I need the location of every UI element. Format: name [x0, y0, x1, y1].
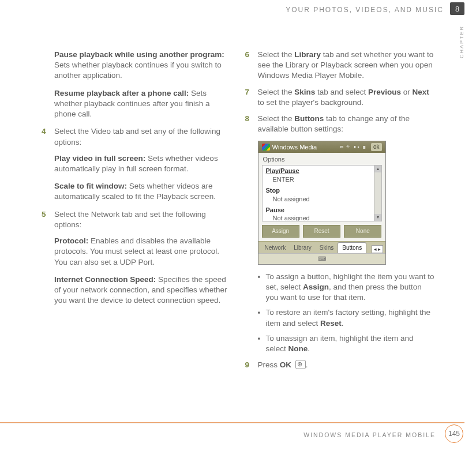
bullet-text: To restore an item's factory setting, hi…	[266, 307, 435, 328]
ss-title-text: Windows Media	[272, 143, 317, 152]
bullet-text: To assign a button, highlight the item y…	[266, 272, 435, 303]
step-number: 5	[42, 209, 54, 230]
none-button[interactable]: None	[344, 225, 381, 238]
bullet-dot-icon: •	[258, 307, 266, 328]
body-columns: Pause playback while using another progr…	[42, 50, 434, 411]
ok-button[interactable]: ok	[371, 143, 382, 151]
option-title: Play video in full screen:	[54, 154, 145, 163]
assign-button[interactable]: Assign	[262, 225, 299, 238]
step-number: 8	[245, 114, 258, 134]
option-title: Protocol:	[54, 236, 88, 245]
device-screenshot: Windows Media ◫ ᯤ ▮◂ ▦ ok Options Play/P…	[258, 141, 386, 265]
running-header: YOUR PHOTOS, VIDEOS, AND MUSIC	[286, 6, 444, 14]
option-body: Sets whether playback continues if you s…	[54, 61, 222, 80]
step-8: 8 Select the Buttons tab to change any o…	[245, 114, 435, 134]
chapter-number-tab: 8	[450, 2, 464, 15]
ss-titlebar: Windows Media ◫ ᯤ ▮◂ ▦ ok	[258, 141, 385, 153]
chapter-vertical-label: CHAPTER	[459, 25, 464, 58]
list-item[interactable]: Play/Pause	[263, 166, 381, 175]
step-number: 6	[245, 50, 258, 81]
bullet-reset: • To restore an item's factory setting, …	[258, 307, 435, 328]
ss-heading: Options	[258, 153, 385, 165]
bullet-list: • To assign a button, highlight the item…	[258, 272, 435, 355]
ss-footer: ⌨	[258, 253, 385, 264]
list-item-assignment: ENTER	[263, 175, 381, 185]
bullet-text: To unassign an item, highlight the item …	[266, 333, 435, 354]
step-text: Press OK .	[258, 360, 435, 370]
right-column: 6 Select the Library tab and set whether…	[245, 50, 435, 411]
step-number: 9	[245, 360, 258, 370]
option-title: Internet Connection Speed:	[54, 275, 156, 284]
ss-tabstrip: Network Library Skins Buttons ◂▸	[258, 241, 385, 253]
option-title: Resume playback after a phone call:	[54, 89, 189, 97]
step-7: 7 Select the Skins tab and select Previo…	[245, 87, 435, 108]
chevron-right-icon[interactable]: ▸	[378, 246, 381, 253]
chevron-left-icon[interactable]: ◂	[374, 246, 377, 253]
tab-library[interactable]: Library	[290, 243, 316, 253]
step-number: 4	[42, 126, 54, 147]
option-protocol: Protocol: Enables and disables the avail…	[54, 236, 231, 268]
option-title: Pause playback while using another progr…	[54, 50, 224, 59]
start-flag-icon	[262, 144, 270, 151]
scroll-down-icon[interactable]: ▾	[374, 214, 381, 221]
step-4: 4 Select the Video tab and set any of th…	[42, 126, 231, 147]
step-text: Select the Library tab and set whether y…	[258, 50, 435, 81]
step-text: Select the Skins tab and select Previous…	[258, 87, 435, 108]
option-resume: Resume playback after a phone call: Sets…	[54, 88, 231, 120]
step-6: 6 Select the Library tab and set whether…	[245, 50, 435, 81]
footer-label: WINDOWS MEDIA PLAYER MOBILE	[303, 431, 436, 438]
status-icons: ◫ ᯤ ▮◂ ▦	[340, 144, 366, 151]
footer-rule	[0, 423, 464, 423]
reset-button[interactable]: Reset	[303, 225, 340, 238]
tab-network[interactable]: Network	[261, 243, 290, 253]
step-number: 7	[245, 87, 258, 108]
tab-scroll-nav[interactable]: ◂▸	[372, 245, 383, 253]
option-connection-speed: Internet Connection Speed: Specifies the…	[54, 275, 231, 306]
ok-key-icon	[295, 360, 306, 369]
step-5: 5 Select the Network tab and set the fol…	[42, 209, 231, 230]
keyboard-icon[interactable]: ⌨	[318, 255, 326, 263]
list-item[interactable]: Stop	[263, 185, 381, 195]
tab-buttons[interactable]: Buttons	[338, 242, 366, 253]
left-column: Pause playback while using another progr…	[42, 50, 231, 411]
option-scale-to-fit: Scale to fit window: Sets whether videos…	[54, 181, 231, 202]
ss-list[interactable]: Play/Pause ENTER Stop Not assigned Pause…	[262, 165, 382, 221]
page-number: 145	[445, 424, 463, 443]
list-item-assignment: Not assigned	[263, 214, 381, 221]
option-title: Scale to fit window:	[54, 182, 127, 190]
option-pause-playback: Pause playback while using another progr…	[54, 50, 231, 81]
bullet-none: • To unassign an item, highlight the ite…	[258, 333, 435, 354]
list-item-assignment: Not assigned	[263, 195, 381, 205]
scrollbar[interactable]: ▴ ▾	[374, 166, 381, 221]
step-text: Select the Buttons tab to change any of …	[258, 114, 435, 134]
bullet-dot-icon: •	[258, 272, 266, 303]
list-item[interactable]: Pause	[263, 205, 381, 215]
step-text: Select the Video tab and set any of the …	[54, 126, 231, 147]
ss-button-row: Assign Reset None	[258, 221, 385, 241]
bullet-assign: • To assign a button, highlight the item…	[258, 272, 435, 303]
scroll-up-icon[interactable]: ▴	[374, 166, 381, 172]
option-play-full-screen: Play video in full screen: Sets whether …	[54, 153, 231, 174]
step-text: Select the Network tab and set the follo…	[54, 209, 231, 230]
step-9: 9 Press OK .	[245, 360, 435, 370]
bullet-dot-icon: •	[258, 333, 266, 354]
page: YOUR PHOTOS, VIDEOS, AND MUSIC 8 CHAPTER…	[0, 0, 476, 451]
tab-skins[interactable]: Skins	[316, 243, 338, 253]
